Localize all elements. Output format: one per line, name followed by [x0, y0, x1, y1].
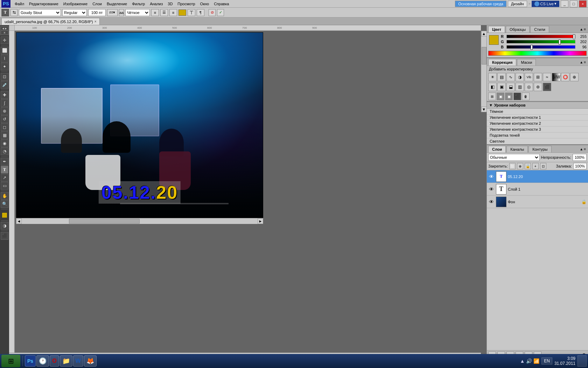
colorbalance-icon[interactable]: ≈ — [543, 73, 551, 81]
taskbar-firefox[interactable]: 🦊 — [84, 355, 97, 367]
levels-item-1[interactable]: Увеличение контрастности 1 — [487, 115, 588, 121]
swatches-tab[interactable]: Образцы — [506, 26, 530, 33]
align-right-btn[interactable]: ≡ — [169, 9, 177, 16]
bw-icon[interactable]: B/W — [552, 73, 560, 81]
paths-tab[interactable]: Контуры — [528, 146, 551, 152]
fill-input[interactable] — [573, 163, 587, 169]
color-spectrum[interactable] — [488, 51, 587, 56]
font-style-select[interactable]: Regular — [62, 9, 87, 16]
move-tool[interactable]: ✛ — [1, 36, 8, 44]
hand-tool[interactable]: ✋ — [1, 192, 8, 200]
masks-tab[interactable]: Маски — [517, 59, 536, 66]
start-button[interactable]: ⊞ — [1, 355, 20, 367]
adj-icon-5[interactable]: 🗑 — [522, 93, 530, 100]
levels-item-0[interactable]: Тёмное — [487, 109, 588, 115]
cs-live-button[interactable]: CS Live▾ — [532, 1, 559, 7]
character-palette-btn[interactable]: ¶ — [197, 9, 204, 16]
invert-icon[interactable]: ◧ — [488, 83, 497, 91]
brightness-icon[interactable]: ☀ — [488, 73, 497, 81]
text-color-swatch[interactable] — [178, 9, 186, 16]
selective-color-icon[interactable]: ◎ — [525, 83, 533, 91]
zoom-tool[interactable]: 🔍 — [1, 200, 8, 208]
threshold-icon[interactable]: ⬓ — [506, 83, 515, 91]
brush-tool[interactable]: ∫ — [1, 99, 8, 107]
pen-tool[interactable]: ✒ — [1, 158, 8, 165]
menu-image[interactable]: Изображение — [61, 1, 90, 7]
screen-mode-btn[interactable]: ⬛ — [1, 232, 8, 240]
lock-all-btn[interactable]: 🔒 — [525, 163, 531, 169]
layer-item-0[interactable]: 👁 T 05.12.20 — [487, 170, 588, 183]
channels-tab[interactable]: Каналы — [506, 146, 528, 152]
orientation-btn[interactable]: ⇆ — [10, 9, 18, 16]
menu-edit[interactable]: Редактирование — [27, 1, 61, 7]
layer-0-visibility[interactable]: 👁 — [488, 173, 495, 180]
posterize-icon[interactable]: ▣ — [497, 83, 506, 91]
foreground-color[interactable] — [0, 211, 9, 219]
confirm-btn[interactable]: ✓ — [217, 9, 224, 16]
cancel-btn[interactable]: ⊘ — [209, 9, 216, 16]
menu-filter[interactable]: Фильтр — [130, 1, 147, 7]
taskbar-lang[interactable]: EN — [541, 357, 552, 364]
antialiasing-select[interactable]: Чёткое — [125, 9, 150, 16]
layer-add-btn[interactable]: + — [532, 163, 539, 169]
crop-tool[interactable]: ⊡ — [1, 73, 8, 81]
panel-collapse-btn[interactable]: ◄► — [1, 27, 8, 30]
gradient-tool[interactable]: ▦ — [1, 131, 8, 139]
levels-item-2[interactable]: Увеличение контрастности 2 — [487, 121, 588, 127]
correction-panel-menu[interactable]: ≡ — [584, 60, 586, 64]
healing-tool[interactable]: ✚ — [1, 91, 8, 99]
menu-file[interactable]: Файл — [13, 1, 26, 7]
color-tab[interactable]: Цвет — [488, 26, 505, 33]
font-size-input[interactable] — [88, 9, 106, 16]
levels-icon[interactable]: ▤ — [497, 73, 506, 81]
h-scrollbar[interactable]: ◄ ► — [16, 218, 263, 224]
menu-window[interactable]: Окно — [198, 1, 211, 7]
text-tool[interactable]: T — [1, 166, 8, 173]
font-size-unit-btn[interactable]: пт▾ — [107, 9, 118, 16]
eyedropper-tool[interactable]: 💉 — [1, 81, 8, 89]
panel-close-btn[interactable]: × — [1, 30, 8, 35]
styles-tab[interactable]: Стили — [530, 26, 549, 33]
blur-tool[interactable]: ◉ — [1, 139, 8, 147]
taskbar-explorer[interactable]: 📁 — [60, 355, 72, 367]
exposure-icon[interactable]: ◑ — [516, 73, 524, 81]
b-slider[interactable] — [506, 45, 575, 49]
taskbar-clock[interactable]: 🕐 — [36, 355, 49, 367]
color-swatch-preview[interactable] — [489, 35, 499, 45]
show-desktop-btn[interactable] — [578, 355, 587, 367]
photofilter-icon[interactable]: ⭕ — [561, 73, 569, 81]
layer-1-visibility[interactable]: 👁 — [488, 186, 495, 192]
document-tab[interactable]: udalit_personazha.jpg @ 66,7% (05.12.20,… — [1, 18, 100, 25]
layer-item-1[interactable]: 👁 T Слой 1 — [487, 183, 588, 196]
extra2-icon[interactable]: ⬛ — [543, 83, 551, 91]
align-left-btn[interactable]: ≡ — [151, 9, 159, 16]
correction-tab[interactable]: Коррекция — [488, 59, 516, 66]
text-tool-btn[interactable]: T — [1, 9, 9, 16]
correction-panel-collapse[interactable]: ▲ — [580, 60, 583, 64]
r-slider[interactable] — [506, 35, 575, 38]
levels-item-3[interactable]: Увеличение контрастности 3 — [487, 127, 588, 132]
curves-icon[interactable]: ∿ — [506, 73, 515, 81]
close-button[interactable]: × — [579, 0, 587, 7]
layers-tab[interactable]: Слои — [488, 146, 506, 152]
vibrance-icon[interactable]: Vib — [525, 73, 533, 81]
layer-mask-btn[interactable]: ⊡ — [540, 163, 546, 169]
history-tool[interactable]: ↺ — [1, 115, 8, 123]
workspace-design-btn[interactable]: Дизайн — [508, 1, 527, 7]
lock-position-btn[interactable]: ⊕ — [517, 163, 523, 169]
taskbar-word[interactable]: W — [73, 355, 83, 367]
workspace-main-btn[interactable]: Основная рабочая среда — [455, 1, 506, 7]
channelmix-icon[interactable]: ⊕ — [570, 73, 579, 81]
magic-wand-tool[interactable]: ✦ — [1, 63, 8, 70]
menu-analysis[interactable]: Анализ — [148, 1, 165, 7]
adj-icon-1[interactable]: ⊞ — [488, 93, 496, 100]
layer-item-2[interactable]: 👁 Фон 🔒 — [487, 196, 588, 208]
adj-icon-3[interactable]: ▣ — [505, 93, 513, 100]
opacity-input[interactable] — [573, 154, 587, 161]
lock-pixels-btn[interactable]: ⬜ — [509, 163, 516, 169]
v-scrollbar[interactable]: ▲ ▼ — [481, 31, 486, 112]
extra1-icon[interactable]: ⊛ — [534, 83, 542, 91]
clone-tool[interactable]: ⊕ — [1, 107, 8, 115]
lasso-tool[interactable]: ⌇ — [1, 55, 8, 62]
levels-arrow-icon[interactable]: ▼ — [489, 103, 493, 107]
